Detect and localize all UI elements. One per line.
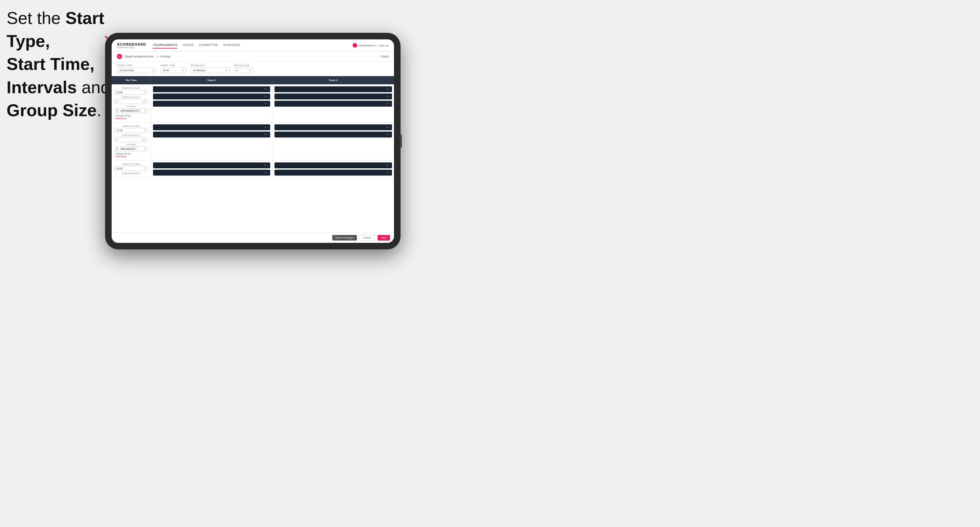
app-logo: SCOREBOARD Powered by clipp <box>117 42 146 49</box>
group-2-team1-player1[interactable]: ⚙ × <box>153 124 270 130</box>
user-avatar <box>353 43 357 48</box>
g3t2-gear-1: ⚙ <box>386 164 388 167</box>
schedule-table: Tee Time Team 1 Team 2 STARTING TIME: 10… <box>111 76 394 232</box>
g3-x-2[interactable]: × <box>267 171 269 174</box>
nav-separator: | <box>377 44 378 47</box>
player-gear-icon-3: ⚙ <box>264 102 266 105</box>
g2-x-2[interactable]: × <box>267 133 269 136</box>
start-type-value: 1st Tee Start <box>119 69 134 72</box>
group-2-left: STARTING TIME: 10:10 ⏱ STARTING HOLE: 1 … <box>111 122 151 160</box>
team2-gear-2: ⚙ <box>386 95 388 98</box>
group-1-add-link[interactable]: + Add Group <box>114 117 148 119</box>
group-2-add-link[interactable]: + Add Group <box>114 155 148 157</box>
group-3-team1-player2[interactable]: ⚙ × <box>153 170 270 176</box>
group-2-remove-text: Remove Group <box>116 152 130 155</box>
annotation-line1: Set the <box>6 8 65 27</box>
group-1-course-input[interactable]: 🏌 (A) Peachtree GC × ▼ <box>114 108 148 113</box>
breadcrumb-current: Hosting <box>160 55 170 58</box>
nav-tab-teams[interactable]: TEAMS <box>183 42 194 49</box>
g3t2-x-1[interactable]: × <box>389 164 390 167</box>
group-1-time-input[interactable]: 10:00 ⏱ <box>114 90 148 95</box>
player-remove-icon-3[interactable]: × <box>267 103 269 105</box>
annotation-text: Set the Start Type, Start Time, Interval… <box>6 6 111 122</box>
g2t2-x-2[interactable]: × <box>389 133 390 136</box>
group-1-course-remove[interactable]: × <box>138 110 140 112</box>
save-button[interactable]: Save <box>377 235 390 241</box>
nav-tab-tournaments[interactable]: TOURNAMENTS <box>153 42 177 49</box>
group-1-remove-link[interactable]: ○ Remove Group <box>114 114 148 117</box>
group-3-team1-player1[interactable]: ⚙ × <box>153 162 270 168</box>
group-3-time-input[interactable]: 10:20 ⏱ <box>114 166 148 171</box>
group-1-team2-player2[interactable]: ⚙ × <box>274 94 392 99</box>
group-1-hole-value: 1 <box>116 100 118 103</box>
group-1-team2-player1[interactable]: ⚙ × <box>274 86 392 92</box>
group-2-team2-player1[interactable]: ⚙ × <box>274 124 392 130</box>
group-1-team1-player2[interactable]: ⚙ × <box>153 94 270 99</box>
start-type-label: Start Type <box>117 64 156 67</box>
footer-bar: Reset Changes Cancel Save <box>111 232 394 243</box>
group-1-team2-player3[interactable]: ⚙ × <box>274 101 392 106</box>
nav-tab-rankings[interactable]: RANKINGS <box>223 42 240 49</box>
group-1-team1-player1[interactable]: ⚙ × <box>153 86 270 92</box>
intervals-select[interactable]: 10 Minutes ▼ <box>191 68 230 73</box>
group-2-course-icon: 🏌 <box>116 148 119 150</box>
breadcrumb-tournament[interactable]: Clippd Invitational (Me... <box>124 55 156 58</box>
intervals-group: Intervals 10 Minutes ▼ <box>191 64 230 73</box>
reset-changes-button[interactable]: Reset Changes <box>332 235 357 241</box>
header-tee-time: Tee Time <box>111 76 151 84</box>
team2-gear-1: ⚙ <box>386 88 388 90</box>
group-2-team1-player2[interactable]: ⚙ × <box>153 132 270 138</box>
group-1-course-chevron: ▼ <box>144 110 146 112</box>
group-1-course-label: COURSE: <box>114 105 148 108</box>
group-2-time-input[interactable]: 10:10 ⏱ <box>114 128 148 133</box>
group-2-course-remove[interactable]: × <box>135 148 136 150</box>
group-1-left: STARTING TIME: 10:00 ⏱ STARTING HOLE: 1 … <box>111 84 151 122</box>
g2t2-x-1[interactable]: × <box>389 126 390 129</box>
nav-user-area: blair@clippd.io | Sign out <box>353 43 389 48</box>
group-1-hole-label: STARTING HOLE: <box>114 96 148 98</box>
group-3-time-icon: ⏱ <box>144 167 146 170</box>
player-remove-icon-2[interactable]: × <box>267 95 269 98</box>
team2-x-3[interactable]: × <box>389 103 390 105</box>
sign-out-link[interactable]: Sign out <box>379 44 389 47</box>
group-size-select[interactable]: 3 ▼ <box>234 68 253 73</box>
group-2-course-label: COURSE: <box>114 143 148 146</box>
team2-x-1[interactable]: × <box>389 88 390 90</box>
team2-x-2[interactable]: × <box>389 95 390 98</box>
group-1-course-icon: 🏌 <box>116 110 119 112</box>
group-1-add-text: + Add Group <box>114 117 126 119</box>
group-1-hole-input[interactable]: 1 ▲▼ <box>114 99 148 104</box>
group-size-group: Group Size 3 ▼ <box>234 64 253 73</box>
g2t2-gear-1: ⚙ <box>386 126 388 129</box>
group-2-course-input[interactable]: 🏌 East Lake GC × ▼ <box>114 146 148 151</box>
group-1-course-tag: (A) Peachtree GC × <box>120 109 141 112</box>
g2-x-1[interactable]: × <box>267 126 269 129</box>
g2-gear-2: ⚙ <box>264 133 266 136</box>
settings-row: Start Type 1st Tee Start ▼ Start Time 10… <box>111 62 394 76</box>
group-size-chevron: ▼ <box>249 69 251 71</box>
group-2-hole-input[interactable]: 1 ▲▼ <box>114 137 148 142</box>
nav-tab-committee[interactable]: COMMITTEE <box>199 42 218 49</box>
group-2-remove-link[interactable]: ○ Remove Group <box>114 152 148 155</box>
group-1-team1-player3[interactable]: ⚙ × <box>153 101 270 106</box>
group-3-team2-player2[interactable]: ⚙ × <box>274 170 392 176</box>
g2-gear-1: ⚙ <box>264 126 266 129</box>
player-gear-icon: ⚙ <box>264 88 266 90</box>
g3t2-x-2[interactable]: × <box>389 171 390 174</box>
group-3-hole-label: STARTING HOLE: <box>114 172 148 175</box>
group-3-team1: ⚙ × ⚙ × <box>151 160 272 178</box>
g3-x-1[interactable]: × <box>267 164 269 167</box>
group-2-team2-player2[interactable]: ⚙ × <box>274 132 392 138</box>
group-2-hole-label: STARTING HOLE: <box>114 134 148 137</box>
intervals-label: Intervals <box>191 64 230 67</box>
intervals-chevron: ▼ <box>225 69 228 71</box>
start-time-input[interactable]: 10:00 ⏱ <box>160 68 186 73</box>
group-2-time-icon: ⏱ <box>144 129 146 132</box>
group-row-1: STARTING TIME: 10:00 ⏱ STARTING HOLE: 1 … <box>111 84 394 122</box>
start-type-select[interactable]: 1st Tee Start ▼ <box>117 68 156 73</box>
group-1-remove-text: Remove Group <box>116 114 130 117</box>
cancel-button[interactable]: Cancel <box>360 235 375 241</box>
back-button[interactable]: < Back <box>380 55 389 58</box>
group-3-team2-player1[interactable]: ⚙ × <box>274 162 392 168</box>
player-remove-icon[interactable]: × <box>267 88 269 90</box>
